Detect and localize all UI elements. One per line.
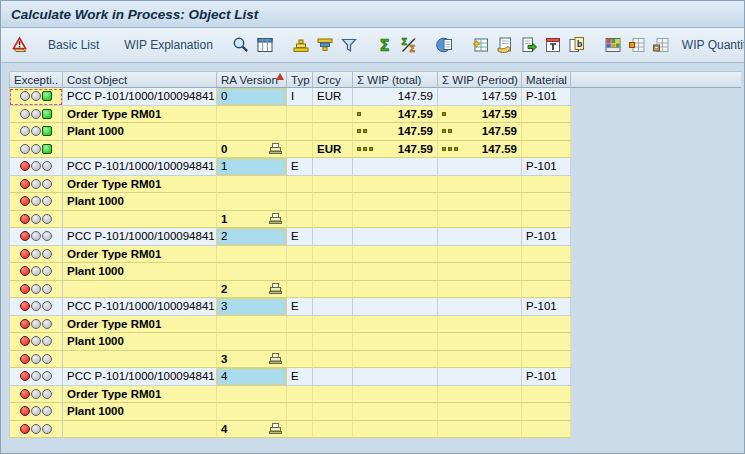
type-cell[interactable]	[287, 351, 313, 369]
currency-cell[interactable]	[313, 123, 353, 141]
ra-version-cell[interactable]	[217, 106, 287, 124]
wip-period-cell[interactable]: 147.59	[438, 141, 522, 159]
ra-version-cell[interactable]	[217, 193, 287, 211]
cost-object-cell[interactable]: Order Type RM01	[63, 386, 217, 404]
type-cell[interactable]	[287, 403, 313, 421]
ra-version-cell[interactable]	[217, 263, 287, 281]
wip-total-cell[interactable]	[353, 368, 438, 386]
column-header[interactable]: Typ	[287, 71, 313, 88]
column-header[interactable]: RA Version	[217, 71, 287, 88]
table-row[interactable]: Plant 1000	[9, 403, 741, 421]
wip-total-cell[interactable]	[353, 421, 438, 439]
table-row[interactable]: Plant 1000	[9, 193, 741, 211]
save-layout-button[interactable]	[650, 33, 672, 57]
ra-version-cell[interactable]: 1	[217, 158, 287, 176]
type-cell[interactable]	[287, 211, 313, 229]
material-cell[interactable]	[522, 403, 571, 421]
wip-period-cell[interactable]: 147.59	[438, 106, 522, 124]
basic-list-button[interactable]: Basic List	[40, 33, 107, 57]
sort-descending-button[interactable]	[314, 33, 336, 57]
cost-object-cell[interactable]	[63, 281, 217, 299]
material-cell[interactable]	[522, 333, 571, 351]
wip-period-cell[interactable]	[438, 298, 522, 316]
local-file-button[interactable]	[518, 33, 540, 57]
cost-object-cell[interactable]: Order Type RM01	[63, 246, 217, 264]
wip-total-cell[interactable]	[353, 281, 438, 299]
cost-object-cell[interactable]: Order Type RM01	[63, 316, 217, 334]
wip-period-cell[interactable]	[438, 158, 522, 176]
table-row[interactable]: 4	[9, 421, 741, 439]
cost-object-cell[interactable]: Plant 1000	[63, 333, 217, 351]
ra-version-cell[interactable]	[217, 403, 287, 421]
currency-cell[interactable]	[313, 228, 353, 246]
table-row[interactable]: Order Type RM01147.59147.59	[9, 106, 741, 124]
exception-cell[interactable]	[9, 298, 63, 316]
ra-version-cell[interactable]	[217, 246, 287, 264]
exception-cell[interactable]	[9, 88, 63, 106]
ra-version-cell[interactable]	[217, 386, 287, 404]
cost-object-cell[interactable]: PCC P-101/1000/100094841	[63, 88, 217, 106]
exception-cell[interactable]	[9, 193, 63, 211]
wip-period-cell[interactable]	[438, 228, 522, 246]
type-cell[interactable]	[287, 281, 313, 299]
type-cell[interactable]: I	[287, 88, 313, 106]
wip-total-cell[interactable]: 147.59	[353, 106, 438, 124]
exception-cell[interactable]	[9, 176, 63, 194]
wip-period-cell[interactable]	[438, 246, 522, 264]
table-row[interactable]: 2	[9, 281, 741, 299]
log-button[interactable]	[9, 33, 31, 57]
exception-cell[interactable]	[9, 158, 63, 176]
export-spreadsheet-button[interactable]	[470, 33, 492, 57]
search-button[interactable]	[230, 33, 252, 57]
currency-cell[interactable]	[313, 263, 353, 281]
table-row[interactable]: Plant 1000	[9, 333, 741, 351]
wip-quantity-document-button[interactable]: WIP Quantity Document	[674, 33, 745, 57]
ra-version-cell[interactable]: 2	[217, 228, 287, 246]
currency-cell[interactable]	[313, 281, 353, 299]
column-header[interactable]: Σ WIP (total)	[353, 71, 438, 88]
wip-total-cell[interactable]: 147.59	[353, 141, 438, 159]
material-cell[interactable]	[522, 316, 571, 334]
cost-object-cell[interactable]: Plant 1000	[63, 263, 217, 281]
table-row[interactable]: 1	[9, 211, 741, 229]
exception-cell[interactable]	[9, 263, 63, 281]
exception-cell[interactable]	[9, 386, 63, 404]
cost-object-cell[interactable]: Plant 1000	[63, 403, 217, 421]
currency-cell[interactable]	[313, 106, 353, 124]
wip-period-cell[interactable]	[438, 176, 522, 194]
word-processing-button[interactable]	[494, 33, 516, 57]
type-cell[interactable]: E	[287, 158, 313, 176]
currency-cell[interactable]	[313, 246, 353, 264]
change-layout-button[interactable]	[626, 33, 648, 57]
table-row[interactable]: Order Type RM01	[9, 386, 741, 404]
exception-cell[interactable]	[9, 403, 63, 421]
currency-cell[interactable]	[313, 421, 353, 439]
wip-period-cell[interactable]	[438, 263, 522, 281]
wip-total-cell[interactable]	[353, 316, 438, 334]
cost-object-cell[interactable]	[63, 211, 217, 229]
type-cell[interactable]	[287, 123, 313, 141]
table-row[interactable]: 3	[9, 351, 741, 369]
ra-version-cell[interactable]: 0	[217, 141, 287, 159]
cost-object-cell[interactable]: Plant 1000	[63, 123, 217, 141]
sum-button[interactable]: Σ	[374, 33, 396, 57]
cost-object-cell[interactable]: Order Type RM01	[63, 176, 217, 194]
ra-version-cell[interactable]: 4	[217, 368, 287, 386]
exception-cell[interactable]	[9, 281, 63, 299]
column-header[interactable]: Crcy	[313, 71, 353, 88]
table-row[interactable]: 0EUR147.59147.59	[9, 141, 741, 159]
material-cell[interactable]	[522, 176, 571, 194]
material-cell[interactable]: P-101	[522, 298, 571, 316]
material-cell[interactable]: P-101	[522, 368, 571, 386]
choose-layout-button[interactable]	[602, 33, 624, 57]
exception-cell[interactable]	[9, 211, 63, 229]
wip-total-cell[interactable]	[353, 158, 438, 176]
type-cell[interactable]	[287, 263, 313, 281]
material-cell[interactable]	[522, 281, 571, 299]
cost-object-cell[interactable]: PCC P-101/1000/100094841	[63, 158, 217, 176]
type-cell[interactable]	[287, 106, 313, 124]
table-row[interactable]: PCC P-101/1000/1000948411EP-101	[9, 158, 741, 176]
exception-cell[interactable]	[9, 368, 63, 386]
column-header[interactable]: Σ WIP (Period)	[438, 71, 522, 88]
table-row[interactable]: Plant 1000147.59147.59	[9, 123, 741, 141]
